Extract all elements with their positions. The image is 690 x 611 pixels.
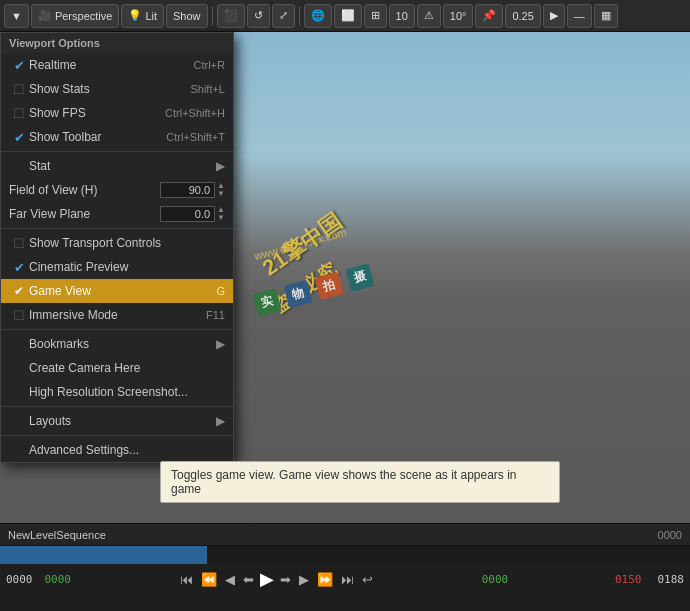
immersive-mode-label: Immersive Mode	[29, 308, 198, 322]
snap-button[interactable]: 📌	[475, 4, 503, 28]
menu-item-stat[interactable]: Stat ▶	[1, 154, 233, 178]
game-view-shortcut: G	[216, 285, 225, 297]
show-button[interactable]: Show	[166, 4, 208, 28]
bookmarks-arrow-icon: ▶	[216, 337, 225, 351]
rotate-tool-button[interactable]: ↺	[247, 4, 270, 28]
world-button[interactable]: 🌐	[304, 4, 332, 28]
seq-next-frame-button[interactable]: ▶	[297, 572, 311, 587]
separator-2	[299, 6, 300, 26]
stat-arrow-icon: ▶	[216, 159, 225, 173]
bookmarks-label: Bookmarks	[29, 337, 212, 351]
far-plane-row: Far View Plane ▲ ▼	[1, 202, 233, 226]
seq-step-back-button[interactable]: ⏪	[199, 572, 219, 587]
menu-item-bookmarks[interactable]: Bookmarks ▶	[1, 332, 233, 356]
seq-play-button[interactable]: ▶	[260, 568, 274, 590]
fov-input[interactable]	[160, 182, 215, 198]
sequencer-bar: NewLevelSequence 0000 0000 0000 ⏮ ⏪ ◀ ⬅ …	[0, 523, 690, 611]
scale-tool-button[interactable]: ⤢	[272, 4, 295, 28]
show-stats-shortcut: Shift+L	[190, 83, 225, 95]
divider-2	[1, 228, 233, 229]
far-plane-down-icon[interactable]: ▼	[217, 214, 225, 222]
sequencer-controls: 0000 0000 ⏮ ⏪ ◀ ⬅ ▶ ➡ ▶ ⏩ ⏭ ↩ 0000 0150 …	[0, 564, 690, 594]
lit-button[interactable]: 💡 Lit	[121, 4, 164, 28]
far-plane-input[interactable]	[160, 206, 215, 222]
dropdown-arrow-icon: ▼	[11, 10, 22, 22]
show-fps-shortcut: Ctrl+Shift+H	[165, 107, 225, 119]
show-toolbar-shortcut: Ctrl+Shift+T	[166, 131, 225, 143]
menu-item-cinematic-preview[interactable]: ✔ Cinematic Preview	[1, 255, 233, 279]
show-stats-label: Show Stats	[29, 82, 182, 96]
surface-button[interactable]: ⬜	[334, 4, 362, 28]
grid-size-button[interactable]: 10	[389, 4, 415, 28]
tooltip-box: Toggles game view. Game view shows the s…	[160, 461, 560, 503]
viewport-options-dropdown: Viewport Options ✔ Realtime Ctrl+R ☐ Sho…	[0, 32, 234, 463]
layout-grid-button[interactable]: ▦	[594, 4, 618, 28]
angle-label: 10°	[450, 10, 467, 22]
lit-label: Lit	[145, 10, 157, 22]
angle-button[interactable]: 10°	[443, 4, 474, 28]
advanced-label: Advanced Settings...	[29, 443, 225, 457]
seq-timecode-end-red: 0150	[615, 573, 642, 586]
perspective-button[interactable]: 🎥 Perspective	[31, 4, 119, 28]
seq-prev-frame-button[interactable]: ◀	[223, 572, 237, 587]
sequencer-timeline[interactable]	[0, 546, 690, 564]
perspective-label: Perspective	[55, 10, 112, 22]
seq-step-forward-button[interactable]: ⏩	[315, 572, 335, 587]
fov-down-icon[interactable]: ▼	[217, 190, 225, 198]
fov-row: Field of View (H) ▲ ▼	[1, 178, 233, 202]
seq-go-start-button[interactable]: ⏮	[178, 572, 195, 587]
menu-item-advanced-settings[interactable]: Advanced Settings...	[1, 438, 233, 462]
scale-value-button[interactable]: 0.25	[505, 4, 540, 28]
show-fps-label: Show FPS	[29, 106, 157, 120]
menu-item-game-view[interactable]: ✔ Game View G	[1, 279, 233, 303]
show-transport-check: ☐	[9, 236, 29, 251]
menu-item-show-stats[interactable]: ☐ Show Stats Shift+L	[1, 77, 233, 101]
minimize-button[interactable]: —	[567, 4, 592, 28]
top-toolbar: ▼ 🎥 Perspective 💡 Lit Show ⬛ ↺ ⤢ 🌐 ⬜ ⊞ 1…	[0, 0, 690, 32]
seq-next-key-button[interactable]: ➡	[278, 572, 293, 587]
fov-spinner[interactable]: ▲ ▼	[217, 182, 225, 198]
realtime-label: Realtime	[29, 58, 186, 72]
move-tool-button[interactable]: ⬛	[217, 4, 245, 28]
menu-section-title: Viewport Options	[1, 33, 233, 53]
show-toolbar-label: Show Toolbar	[29, 130, 158, 144]
menu-item-immersive-mode[interactable]: ☐ Immersive Mode F11	[1, 303, 233, 327]
layouts-arrow-icon: ▶	[216, 414, 225, 428]
seq-loop-button[interactable]: ↩	[360, 572, 375, 587]
tooltip-text: Toggles game view. Game view shows the s…	[171, 468, 517, 496]
menu-item-realtime[interactable]: ✔ Realtime Ctrl+R	[1, 53, 233, 77]
layouts-label: Layouts	[29, 414, 212, 428]
realtime-shortcut: Ctrl+R	[194, 59, 225, 71]
cinematic-preview-label: Cinematic Preview	[29, 260, 225, 274]
menu-item-layouts[interactable]: Layouts ▶	[1, 409, 233, 433]
divider-5	[1, 435, 233, 436]
seq-go-end-button[interactable]: ⏭	[339, 572, 356, 587]
sequencer-progress	[0, 546, 207, 564]
sequencer-frame: 0000	[658, 529, 682, 541]
menu-item-high-res-screenshot[interactable]: High Resolution Screenshot...	[1, 380, 233, 404]
seq-timecode-mid: 0000	[482, 573, 509, 586]
lit-icon: 💡	[128, 9, 142, 22]
menu-item-show-toolbar[interactable]: ✔ Show Toolbar Ctrl+Shift+T	[1, 125, 233, 149]
seq-prev-key-button[interactable]: ⬅	[241, 572, 256, 587]
grid-button[interactable]: ⊞	[364, 4, 387, 28]
menu-item-show-transport[interactable]: ☐ Show Transport Controls	[1, 231, 233, 255]
immersive-mode-check: ☐	[9, 308, 29, 323]
menu-button[interactable]: ▼	[4, 4, 29, 28]
seq-timecode-start: 0000	[6, 573, 33, 586]
game-view-label: Game View	[29, 284, 208, 298]
show-stats-check: ☐	[9, 82, 29, 97]
far-plane-label: Far View Plane	[9, 207, 160, 221]
far-plane-spinner[interactable]: ▲ ▼	[217, 206, 225, 222]
stat-label: Stat	[29, 159, 212, 173]
sequencer-title: NewLevelSequence	[8, 529, 106, 541]
create-camera-label: Create Camera Here	[29, 361, 225, 375]
separator-1	[212, 6, 213, 26]
arrow-right-button[interactable]: ▶	[543, 4, 565, 28]
fov-label: Field of View (H)	[9, 183, 160, 197]
divider-4	[1, 406, 233, 407]
perspective-icon: 🎥	[38, 9, 52, 22]
menu-item-show-fps[interactable]: ☐ Show FPS Ctrl+Shift+H	[1, 101, 233, 125]
warning-button[interactable]: ⚠	[417, 4, 441, 28]
menu-item-create-camera[interactable]: Create Camera Here	[1, 356, 233, 380]
